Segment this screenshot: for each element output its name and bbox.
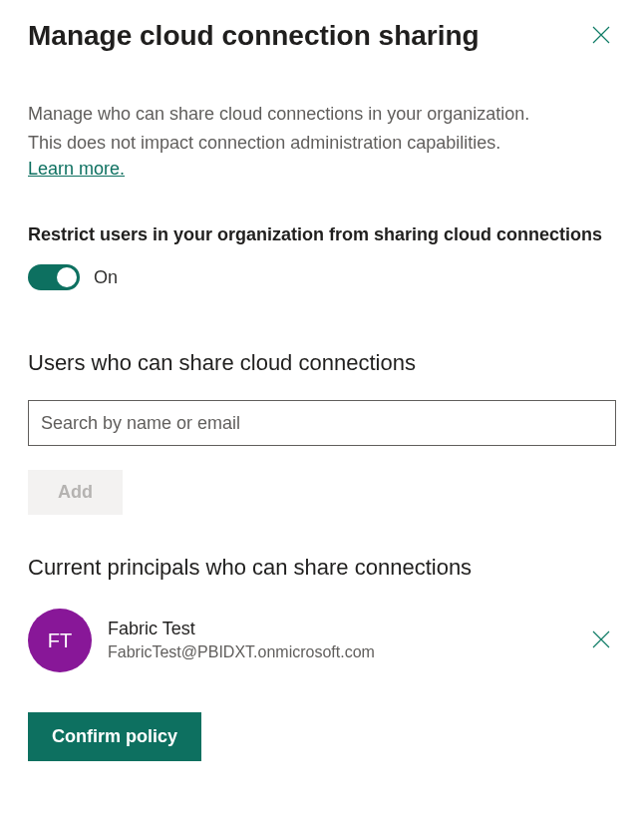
description-line-2: This does not impact connection administ…: [28, 130, 616, 157]
description-line-1: Manage who can share cloud connections i…: [28, 101, 616, 128]
principals-section-heading: Current principals who can share connect…: [28, 555, 616, 581]
close-icon: [592, 26, 610, 47]
restrict-label: Restrict users in your organization from…: [28, 221, 616, 248]
restrict-toggle[interactable]: [28, 264, 80, 290]
toggle-row: On: [28, 264, 616, 290]
search-input[interactable]: [28, 400, 616, 446]
principal-email: FabricTest@PBIDXT.onmicrosoft.com: [108, 641, 570, 663]
principal-row: FT Fabric Test FabricTest@PBIDXT.onmicro…: [28, 609, 616, 672]
close-icon: [592, 630, 610, 651]
learn-more-link[interactable]: Learn more.: [28, 159, 125, 180]
principal-info: Fabric Test FabricTest@PBIDXT.onmicrosof…: [108, 618, 570, 663]
remove-principal-button[interactable]: [586, 625, 616, 657]
dialog-header: Manage cloud connection sharing: [28, 20, 616, 53]
principal-name: Fabric Test: [108, 618, 570, 640]
toggle-knob: [57, 267, 77, 287]
toggle-state-label: On: [94, 267, 118, 288]
close-button[interactable]: [586, 20, 616, 53]
confirm-policy-button[interactable]: Confirm policy: [28, 712, 201, 761]
avatar: FT: [28, 609, 92, 672]
add-button[interactable]: Add: [28, 470, 123, 515]
dialog-title: Manage cloud connection sharing: [28, 20, 480, 52]
users-section-heading: Users who can share cloud connections: [28, 350, 616, 376]
